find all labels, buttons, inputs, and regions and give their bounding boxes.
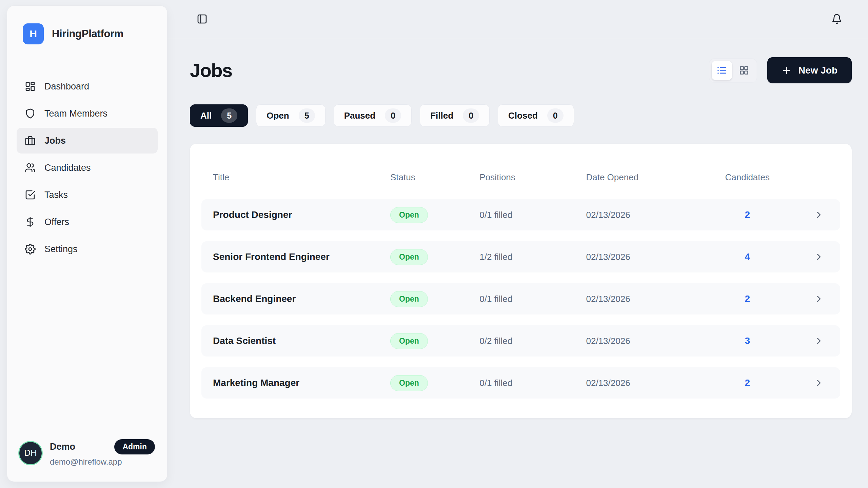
app-root: H HiringPlatform Dashboard Team Members (0, 0, 868, 488)
sidebar-item-jobs[interactable]: Jobs (17, 128, 158, 154)
filter-label: Open (267, 110, 289, 121)
date-opened-cell: 02/13/2026 (586, 336, 708, 346)
briefcase-icon (25, 135, 36, 146)
status-cell: Open (390, 207, 479, 223)
job-title: Backend Engineer (213, 293, 390, 304)
user-email: demo@hireflow.app (50, 457, 155, 467)
filter-tab-closed[interactable]: Closed 0 (498, 104, 574, 127)
main-area: Jobs (167, 0, 868, 488)
job-title: Marketing Manager (213, 378, 390, 388)
user-name: Demo (50, 442, 75, 452)
status-badge: Open (390, 291, 428, 307)
chevron-right-icon[interactable] (786, 294, 829, 304)
column-header-title: Title (213, 172, 390, 183)
new-job-button[interactable]: New Job (767, 57, 852, 83)
brand: H HiringPlatform (17, 23, 158, 44)
filter-tab-filled[interactable]: Filled 0 (420, 104, 490, 127)
new-job-label: New Job (798, 65, 837, 76)
page-title: Jobs (190, 59, 232, 81)
dashboard-icon (25, 81, 36, 92)
filter-count-badge: 0 (385, 108, 401, 123)
table-row[interactable]: Marketing Manager Open 0/1 filled 02/13/… (201, 367, 840, 399)
column-header-candidates: Candidates (709, 172, 786, 183)
column-header-date-opened: Date Opened (586, 172, 708, 183)
column-header-positions: Positions (479, 172, 586, 183)
sidebar-item-label: Offers (44, 217, 69, 227)
page-content: Jobs (167, 38, 868, 418)
date-opened-cell: 02/13/2026 (586, 294, 708, 304)
users-icon (25, 162, 36, 173)
job-title: Data Scientist (213, 336, 390, 346)
sidebar-item-dashboard[interactable]: Dashboard (17, 74, 158, 99)
positions-cell: 1/2 filled (479, 252, 586, 262)
chevron-right-icon[interactable] (786, 378, 829, 388)
job-title: Senior Frontend Engineer (213, 251, 390, 262)
avatar: DH (19, 442, 42, 464)
user-row: Demo Admin (50, 439, 155, 454)
sidebar-item-settings[interactable]: Settings (17, 236, 158, 262)
positions-cell: 0/1 filled (479, 210, 586, 220)
gear-icon (25, 244, 36, 255)
sidebar-item-offers[interactable]: Offers (17, 209, 158, 235)
status-cell: Open (390, 291, 479, 307)
date-opened-cell: 02/13/2026 (586, 210, 708, 220)
sidebar-item-candidates[interactable]: Candidates (17, 155, 158, 181)
brand-logo-icon: H (23, 23, 44, 44)
filter-tab-paused[interactable]: Paused 0 (334, 104, 412, 127)
candidate-count[interactable]: 2 (709, 378, 786, 388)
status-badge: Open (390, 333, 428, 349)
grid-icon (739, 65, 749, 76)
candidate-count[interactable]: 2 (709, 209, 786, 220)
brand-name: HiringPlatform (52, 28, 123, 40)
filter-count-badge: 5 (299, 108, 315, 123)
sidebar-item-team-members[interactable]: Team Members (17, 101, 158, 126)
sidebar-item-tasks[interactable]: Tasks (17, 182, 158, 208)
chevron-right-icon[interactable] (786, 210, 829, 220)
chevron-right-icon[interactable] (786, 336, 829, 346)
grid-view-button[interactable] (734, 61, 754, 80)
table-row[interactable]: Product Designer Open 0/1 filled 02/13/2… (201, 199, 840, 230)
status-cell: Open (390, 249, 479, 265)
table-row[interactable]: Backend Engineer Open 0/1 filled 02/13/2… (201, 283, 840, 314)
panel-left-icon (197, 14, 208, 24)
date-opened-cell: 02/13/2026 (586, 378, 708, 388)
positions-cell: 0/2 filled (479, 336, 586, 346)
table-row[interactable]: Data Scientist Open 0/2 filled 02/13/202… (201, 325, 840, 357)
brand-logo-letter: H (29, 28, 37, 40)
list-view-button[interactable] (712, 61, 732, 80)
status-cell: Open (390, 333, 479, 349)
filter-label: All (200, 110, 212, 121)
sidebar-item-label: Tasks (44, 190, 68, 200)
sidebar-item-label: Team Members (44, 108, 107, 119)
positions-cell: 0/1 filled (479, 294, 586, 304)
filter-label: Closed (508, 110, 538, 121)
filter-tab-all[interactable]: All 5 (190, 104, 248, 127)
status-cell: Open (390, 375, 479, 391)
status-badge: Open (390, 249, 428, 265)
candidate-count[interactable]: 4 (709, 251, 786, 262)
bell-icon (831, 14, 842, 24)
admin-badge: Admin (114, 439, 155, 454)
filter-tab-open[interactable]: Open 5 (256, 104, 325, 127)
user-card[interactable]: DH Demo Admin demo@hireflow.app (17, 439, 158, 467)
user-info: Demo Admin demo@hireflow.app (50, 439, 155, 467)
candidate-count[interactable]: 2 (709, 293, 786, 304)
plus-icon (782, 65, 792, 76)
filter-count-badge: 5 (221, 108, 237, 123)
filter-label: Filled (430, 110, 453, 121)
filter-count-badge: 0 (463, 108, 479, 123)
view-toggle (709, 58, 757, 83)
chevron-right-icon[interactable] (786, 252, 829, 262)
sidebar-toggle-button[interactable] (195, 12, 210, 26)
candidate-count[interactable]: 3 (709, 336, 786, 346)
table-row[interactable]: Senior Frontend Engineer Open 1/2 filled… (201, 241, 840, 272)
sidebar-item-label: Settings (44, 244, 78, 255)
notifications-button[interactable] (829, 12, 844, 26)
column-header-status: Status (390, 172, 479, 183)
table-header: Title Status Positions Date Opened Candi… (201, 155, 840, 199)
page-head: Jobs (190, 57, 852, 83)
job-title: Product Designer (213, 209, 390, 220)
positions-cell: 0/1 filled (479, 378, 586, 388)
filter-count-badge: 0 (547, 108, 564, 123)
topbar (167, 0, 868, 38)
